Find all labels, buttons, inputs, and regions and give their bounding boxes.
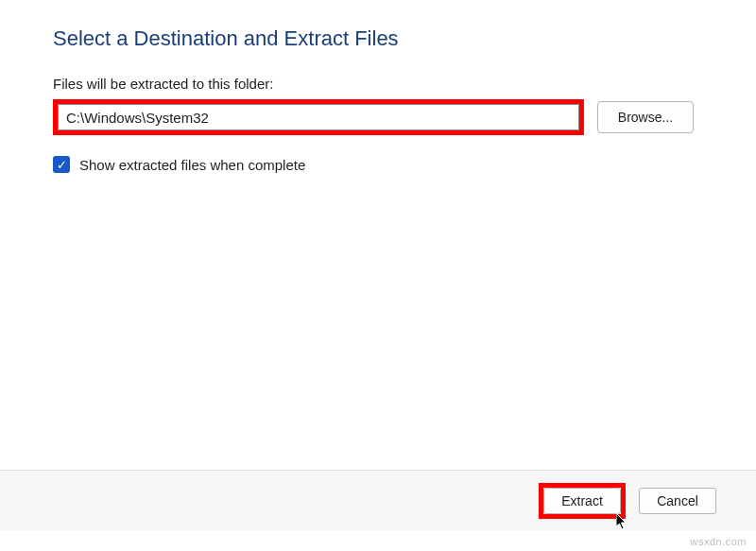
dialog-content: Select a Destination and Extract Files F… bbox=[0, 0, 756, 173]
footer-bar: Extract Cancel bbox=[0, 470, 756, 530]
path-highlight bbox=[53, 99, 584, 135]
cancel-button[interactable]: Cancel bbox=[639, 488, 716, 514]
extract-button[interactable]: Extract bbox=[543, 488, 621, 514]
page-title: Select a Destination and Extract Files bbox=[53, 26, 703, 51]
folder-label: Files will be extracted to this folder: bbox=[53, 76, 703, 92]
destination-path-input[interactable] bbox=[58, 104, 579, 130]
show-extracted-row[interactable]: ✓ Show extracted files when complete bbox=[53, 156, 703, 173]
path-row: Browse... bbox=[53, 99, 703, 135]
extract-highlight: Extract bbox=[539, 483, 626, 519]
watermark: wsxdn.com bbox=[690, 536, 747, 547]
show-extracted-checkbox[interactable]: ✓ bbox=[53, 156, 70, 173]
browse-button[interactable]: Browse... bbox=[597, 101, 694, 133]
show-extracted-label: Show extracted files when complete bbox=[79, 157, 305, 173]
checkmark-icon: ✓ bbox=[57, 159, 67, 171]
